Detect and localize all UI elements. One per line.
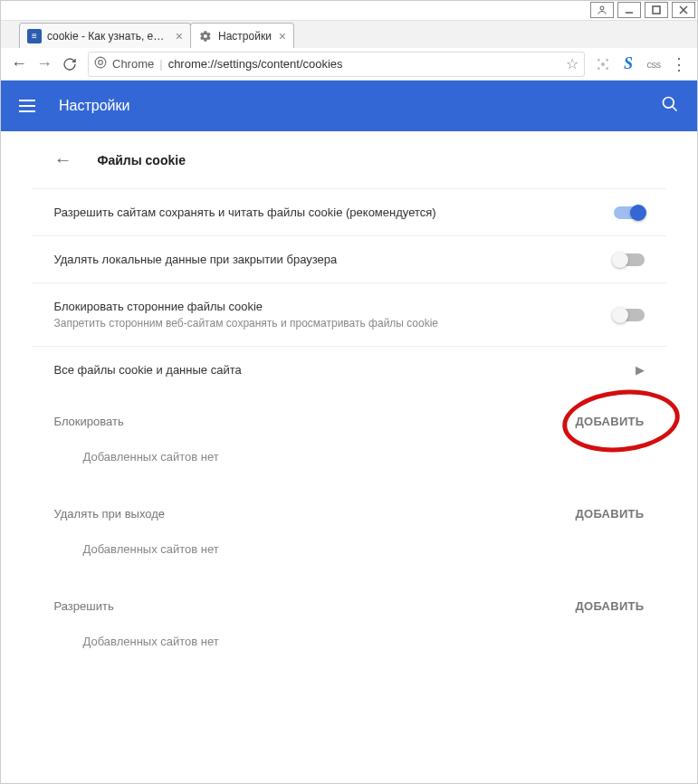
svg-rect-2 <box>653 6 660 14</box>
tab-title: Настройки <box>218 30 272 43</box>
star-icon[interactable]: ☆ <box>566 55 578 72</box>
chrome-menu-icon[interactable]: ⋮ <box>668 53 690 75</box>
search-icon[interactable] <box>661 95 679 117</box>
svg-point-7 <box>601 62 605 66</box>
add-allow-button[interactable]: ДОБАВИТЬ <box>575 599 644 613</box>
setting-block-third-party[interactable]: Блокировать сторонние файлы cookie Запре… <box>33 282 666 346</box>
empty-text: Добавленных сайтов нет <box>33 528 666 578</box>
tab-settings[interactable]: Настройки × <box>190 23 294 48</box>
address-bar: ← → Chrome | chrome://settings/content/c… <box>1 48 697 81</box>
setting-label: Все файлы cookie и данные сайта <box>54 363 636 377</box>
tab-title: cookie - Как узнать, есть <box>47 30 168 43</box>
svg-point-10 <box>598 67 600 70</box>
extension-s-icon[interactable]: S <box>617 53 639 75</box>
svg-point-6 <box>99 61 103 65</box>
section-header: ← Файлы cookie <box>33 131 666 188</box>
setting-delete-on-exit[interactable]: Удалять локальные данные при закрытии бр… <box>33 235 666 282</box>
toggle-off[interactable] <box>614 309 645 321</box>
chevron-right-icon: ▶ <box>636 363 645 377</box>
add-delete-button[interactable]: ДОБАВИТЬ <box>575 507 644 521</box>
page-title: Настройки <box>59 98 129 114</box>
setting-sublabel: Запретить сторонним веб-сайтам сохранять… <box>54 317 614 330</box>
extension-icon[interactable] <box>592 53 614 75</box>
group-allow: Разрешить ДОБАВИТЬ <box>33 578 666 620</box>
group-block: Блокировать ДОБАВИТЬ <box>33 393 666 435</box>
setting-label: Разрешить сайтам сохранять и читать файл… <box>54 206 614 219</box>
svg-point-12 <box>664 98 674 109</box>
section-title: Файлы cookie <box>98 153 186 167</box>
maximize-icon[interactable] <box>645 2 668 18</box>
tabs-bar: ≡ cookie - Как узнать, есть × Настройки … <box>1 21 697 48</box>
close-icon[interactable] <box>672 2 695 18</box>
toggle-on[interactable] <box>614 206 645 219</box>
svg-line-13 <box>673 107 677 111</box>
setting-label: Блокировать сторонние файлы cookie <box>54 300 614 313</box>
svg-point-11 <box>606 67 608 70</box>
back-arrow-icon[interactable]: ← <box>54 149 72 170</box>
gear-icon <box>198 29 213 43</box>
svg-point-9 <box>606 59 608 62</box>
address-url: chrome://settings/content/cookies <box>168 57 343 71</box>
window-controls <box>1 1 697 21</box>
address-label: Chrome <box>112 57 154 71</box>
chrome-icon <box>94 56 107 72</box>
tab-cookie[interactable]: ≡ cookie - Как узнать, есть × <box>19 23 191 48</box>
forward-button[interactable]: → <box>32 52 57 77</box>
address-field[interactable]: Chrome | chrome://settings/content/cooki… <box>88 52 585 77</box>
add-block-button[interactable]: ДОБАВИТЬ <box>575 415 644 428</box>
toggle-off[interactable] <box>614 253 645 266</box>
svg-point-8 <box>598 59 600 62</box>
group-delete-on-exit: Удалять при выходе ДОБАВИТЬ <box>33 485 666 528</box>
tab-close-icon[interactable]: × <box>279 29 286 43</box>
svg-point-5 <box>95 57 106 68</box>
minimize-icon[interactable] <box>617 2 641 18</box>
hamburger-icon[interactable] <box>19 95 41 117</box>
extension-css-icon[interactable]: css <box>643 53 665 75</box>
group-label: Блокировать <box>54 415 124 428</box>
back-button[interactable]: ← <box>6 52 32 77</box>
empty-text: Добавленных сайтов нет <box>33 620 666 670</box>
empty-text: Добавленных сайтов нет <box>33 435 666 485</box>
page-header: Настройки <box>1 81 697 131</box>
setting-label: Удалять локальные данные при закрытии бр… <box>54 253 614 266</box>
stackoverflow-icon: ≡ <box>27 29 42 43</box>
group-label: Удалять при выходе <box>54 507 166 521</box>
setting-allow-cookies[interactable]: Разрешить сайтам сохранять и читать файл… <box>33 188 666 235</box>
tab-close-icon[interactable]: × <box>176 29 183 43</box>
setting-all-cookie-data[interactable]: Все файлы cookie и данные сайта ▶ <box>33 346 666 393</box>
group-label: Разрешить <box>54 599 114 613</box>
user-icon[interactable] <box>590 2 614 18</box>
reload-button[interactable] <box>57 52 82 77</box>
svg-point-0 <box>600 6 604 10</box>
